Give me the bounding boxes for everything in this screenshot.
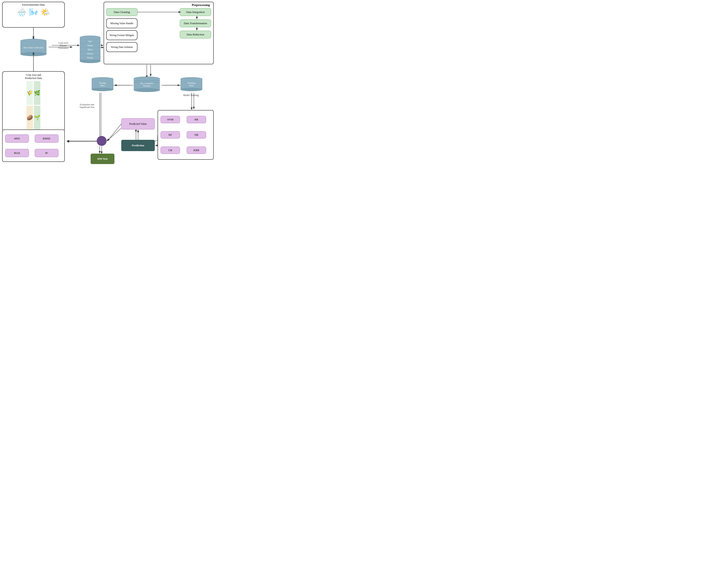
wrong-data-box: Wrong Data Solution: [106, 42, 137, 52]
plant-img: 🌱: [34, 106, 40, 129]
cb-box: CB: [161, 147, 180, 154]
env-box: Environmental Data 🌧️ 🌬️ 🌤️: [2, 2, 65, 28]
predicted-value-box: Predicted Value: [121, 118, 155, 129]
crop-aus: Aus: [80, 39, 100, 43]
svg-line-24: [107, 124, 121, 141]
mae-box: MAE: [5, 149, 29, 157]
env-title: Environmental Data: [22, 3, 45, 6]
preprocessing-title: Preprocessing: [192, 3, 210, 7]
dataset-cylinder: Aus Aman Boro Wheat Potato: [80, 36, 100, 63]
missing-value-box: Missing Value Handle: [106, 18, 137, 28]
data-transformation-box: Data Transformation: [180, 19, 211, 27]
nb-box: NB: [187, 131, 206, 139]
model-training-label: Model Training: [177, 94, 205, 96]
env-icons: 🌧️ 🌬️ 🌤️: [17, 8, 50, 17]
testing-cylinder: TestingData: [91, 77, 114, 93]
training-cylinder: TrainingData: [180, 77, 203, 93]
rain-icon: 🌧️: [17, 8, 27, 17]
krr-box: KRR: [187, 147, 206, 154]
dm-test-box: DM Test: [91, 154, 114, 164]
data-cleaning-box: Data Cleaning: [106, 8, 137, 16]
ml-trainable-cylinder: ML TrainableDataset: [133, 77, 161, 93]
wrong-format-box: Wrong Format Mitigate: [106, 30, 137, 40]
crop-aman: Aman: [80, 43, 100, 47]
crop-wise-label: Crop-wiseDatasetFormation: [54, 41, 73, 49]
wheat-img: 🌾: [27, 81, 33, 105]
comparison-circle: [97, 136, 107, 146]
mse-box: MSE: [5, 134, 29, 143]
rmse-box: RMSE: [35, 134, 58, 143]
r2-box: R²: [35, 149, 58, 157]
diagram: Environmental Data 🌧️ 🌬️ 🌤️ Raw Data Col…: [0, 0, 216, 168]
data-reduction-box: Data Reduction: [180, 31, 211, 38]
rice-img: 🌿: [34, 81, 40, 105]
crop-area-title: Crop Area andProduction Data: [25, 73, 42, 80]
metrics-box: MSE RMSE MAE R²: [2, 129, 65, 162]
potato-img: 🥔: [27, 106, 33, 129]
sun-icon: 🌤️: [41, 8, 50, 17]
prediction-box: Prediction: [121, 140, 155, 151]
preprocessing-box: Preprocessing Data Cleaning Missing Valu…: [104, 2, 214, 64]
crop-area-box: Crop Area andProduction Data 🌾 🌿 🥔 🌱: [2, 71, 65, 132]
svm-box: SVM: [161, 116, 180, 123]
wind-icon: 🌬️: [29, 8, 38, 17]
rr-box: RR: [187, 116, 206, 123]
eval-label: Evaluation andSignificant Test: [75, 103, 99, 108]
crop-boro: Boro: [80, 47, 100, 51]
models-box: SVM RR RF NB CB KRR: [158, 110, 214, 160]
crop-potato: Potato: [80, 55, 100, 60]
rf-box: RF: [161, 131, 180, 139]
crop-images: 🌾 🌿 🥔 🌱: [27, 81, 40, 129]
raw-data-cylinder: Raw Data Collection: [18, 39, 49, 56]
data-integration-box: Data Integration: [180, 8, 211, 16]
crop-wheat: Wheat: [80, 51, 100, 55]
